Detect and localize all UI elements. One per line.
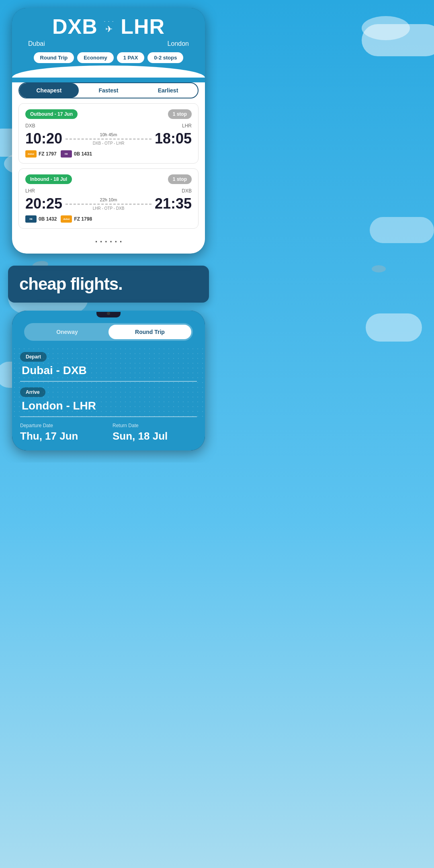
arrive-label: Arrive (20, 387, 45, 397)
outbound-airline-1-logo: dubai (25, 150, 37, 158)
outbound-flight-2: 0B 1431 (74, 151, 92, 157)
inbound-airlines: 0B 0B 1432 dubai FZ 1798 (25, 215, 192, 223)
flight-header: DXB - - - ✈ LHR Dubai London Round Trip (12, 8, 205, 70)
outbound-dep-time: 10:20 (25, 130, 62, 147)
tab-fastest[interactable]: Fastest (79, 83, 138, 98)
cabin-pill[interactable]: Economy (77, 52, 114, 63)
inbound-airline-1: 0B 0B 1432 (25, 215, 57, 223)
inbound-duration-block: 22h 10m LHR - OTP - DXB (62, 197, 155, 211)
phone-notch (96, 312, 121, 317)
outbound-airline-2: 0B 0B 1431 (61, 150, 92, 158)
inbound-airline-2: dubai FZ 1798 (61, 215, 92, 223)
outbound-airline-1: dubai FZ 1797 (25, 150, 57, 158)
outbound-from: DXB (25, 123, 35, 129)
origin-code: DXB (52, 14, 98, 39)
outbound-airlines: dubai FZ 1797 0B 0B 1431 (25, 150, 192, 158)
bottom-phone: Oneway Round Trip Depart Dubai - DXB Arr… (12, 311, 205, 450)
pax-pill[interactable]: 1 PAX (117, 52, 145, 63)
inbound-stops: 1 stop (168, 174, 192, 184)
depart-value[interactable]: Dubai - DXB (20, 364, 197, 382)
outbound-flight-1: FZ 1797 (39, 151, 57, 157)
dest-city: London (168, 40, 189, 47)
origin-city: Dubai (28, 40, 45, 47)
outbound-route: DXB - OTP - LHR (66, 141, 151, 145)
outbound-airline-2-logo: 0B (61, 150, 72, 158)
return-date-value: Sun, 18 Jul (113, 430, 197, 442)
outbound-stops: 1 stop (168, 109, 192, 119)
depart-label: Depart (20, 352, 47, 362)
outbound-arr-time: 18:05 (155, 130, 192, 147)
dest-code: LHR (121, 14, 165, 39)
inbound-badge: Inbound - 18 Jul (25, 174, 72, 184)
tab-earliest[interactable]: Earliest (138, 83, 198, 98)
outbound-badge: Outbound - 17 Jun (25, 109, 78, 119)
inbound-arr-time: 21:35 (155, 195, 192, 212)
inbound-dep-time: 20:25 (25, 195, 62, 212)
search-form: Depart Dubai - DXB Arrive London - LHR (12, 346, 205, 417)
departure-date-col[interactable]: Departure Date Thu, 17 Jun (20, 423, 104, 442)
notch-camera (107, 312, 110, 315)
trip-type-pill[interactable]: Round Trip (34, 52, 74, 63)
inbound-flight-1: 0B 1432 (39, 216, 57, 222)
plane-icon: - - - ✈ (104, 19, 115, 35)
results-area: Cheapest Fastest Earliest Outbound - 17 … (12, 82, 205, 254)
trip-type-toggle[interactable]: Oneway Round Trip (24, 323, 193, 341)
date-row: Departure Date Thu, 17 Jun Return Date S… (12, 423, 205, 442)
cheap-flights-banner: cheap flights. (8, 266, 209, 303)
cheap-flights-text: cheap flights. (19, 274, 123, 293)
arrive-value[interactable]: London - LHR (20, 399, 197, 417)
inbound-flight-2: FZ 1798 (74, 216, 92, 222)
outbound-to: LHR (182, 123, 192, 129)
inbound-airline-1-logo: 0B (25, 215, 37, 223)
return-date-col[interactable]: Return Date Sun, 18 Jul (113, 423, 197, 442)
inbound-airline-2-logo: dubai (61, 215, 72, 223)
toggle-oneway[interactable]: Oneway (26, 325, 108, 339)
inbound-from: LHR (25, 188, 35, 194)
departure-date-value: Thu, 17 Jun (20, 430, 104, 442)
outbound-duration-block: 10h 45m DXB - OTP - LHR (62, 132, 155, 145)
stops-pill[interactable]: 0-2 stops (147, 52, 183, 63)
return-date-label: Return Date (113, 423, 197, 428)
sort-tabs[interactable]: Cheapest Fastest Earliest (18, 82, 199, 98)
inbound-to: DXB (182, 188, 192, 194)
outbound-segment[interactable]: Outbound - 17 Jun 1 stop DXB LHR 10:20 1… (18, 103, 199, 164)
departure-date-label: Departure Date (20, 423, 104, 428)
inbound-segment[interactable]: Inbound - 18 Jul 1 stop LHR DXB 20:25 22… (18, 168, 199, 229)
toggle-roundtrip[interactable]: Round Trip (108, 325, 191, 339)
outbound-duration: 10h 45m (66, 132, 151, 137)
top-phone: DXB - - - ✈ LHR Dubai London Round Trip (12, 8, 205, 254)
tab-cheapest[interactable]: Cheapest (19, 83, 79, 98)
price-peek: · · · · · · (18, 233, 199, 247)
inbound-route: LHR - OTP - DXB (66, 206, 151, 211)
inbound-duration: 22h 10m (66, 197, 151, 202)
